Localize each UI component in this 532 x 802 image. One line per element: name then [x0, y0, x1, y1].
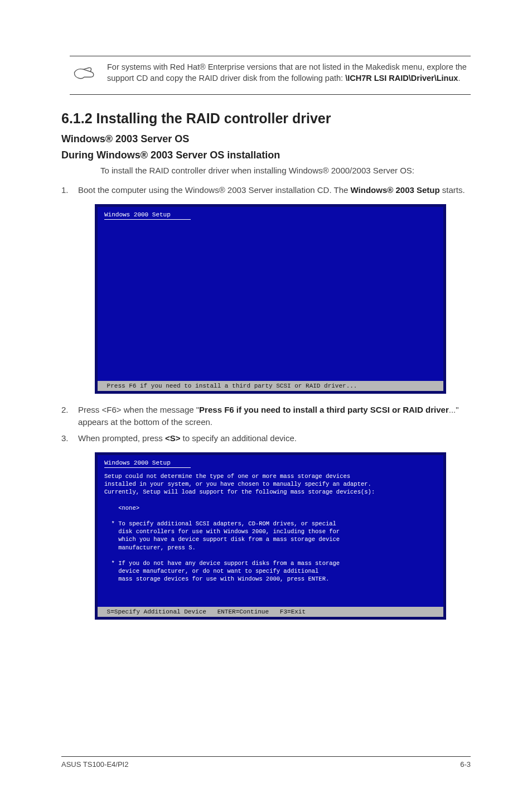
section-heading: 6.1.2 Installing the RAID controller dri…: [61, 110, 471, 127]
screenshot2-body: Setup could not determine the type of on…: [104, 472, 437, 583]
footer-product: ASUS TS100-E4/PI2: [61, 760, 128, 769]
intro-paragraph: To install the RAID controller driver wh…: [100, 165, 471, 176]
note-text: For systems with Red Hat® Enterprise ver…: [107, 62, 468, 86]
screenshot2-title: Windows 2000 Setup: [104, 460, 437, 466]
screenshot1-statusbar: Press F6 if you need to install a third …: [98, 381, 443, 391]
screenshot1-title: Windows 2000 Setup: [104, 211, 437, 218]
screenshot-windows-setup-specify: Windows 2000 Setup Setup could not deter…: [95, 452, 446, 620]
step-list: Boot the computer using the Windows® 200…: [61, 184, 471, 196]
footer-page-number: 6-3: [460, 760, 471, 769]
hand-pointing-icon: [72, 62, 96, 86]
step-list-cont: Press <F6> when the message "Press F6 if…: [61, 404, 471, 445]
step-2: Press <F6> when the message "Press F6 if…: [61, 404, 471, 428]
page-footer: ASUS TS100-E4/PI2 6-3: [61, 756, 471, 769]
note-callout: For systems with Red Hat® Enterprise ver…: [70, 56, 471, 95]
install-context-heading: During Windows® 2003 Server OS installat…: [61, 149, 471, 161]
title-underline: [104, 219, 191, 220]
title-underline-2: [104, 467, 191, 468]
step-1: Boot the computer using the Windows® 200…: [61, 184, 471, 196]
screenshot-windows-setup-blank: Windows 2000 Setup Press F6 if you need …: [95, 204, 446, 394]
screenshot2-statusbar: S=Specify Additional Device ENTER=Contin…: [98, 607, 443, 617]
subheading: Windows® 2003 Server OS: [61, 133, 471, 145]
step-3: When prompted, press <S> to specify an a…: [61, 432, 471, 445]
